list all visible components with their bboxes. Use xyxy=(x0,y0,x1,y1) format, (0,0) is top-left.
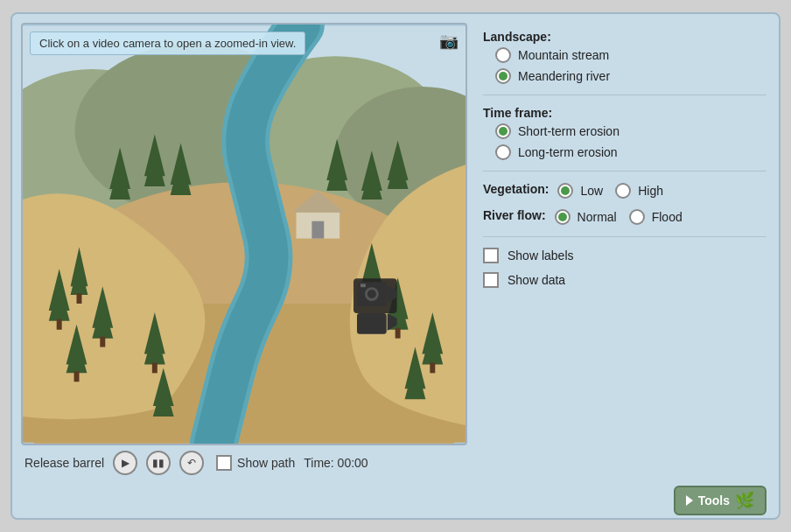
radio-flow-normal-dot xyxy=(558,213,567,221)
timeframe-section: Time frame: Short-term erosion Long-term… xyxy=(483,106,766,160)
landscape-section: Landscape: Mountain stream Meandering ri… xyxy=(483,30,766,84)
svg-rect-56 xyxy=(357,313,387,334)
radio-long-term-label: Long-term erosion xyxy=(518,145,618,159)
radio-mountain-stream-label: Mountain stream xyxy=(518,48,609,62)
landscape-svg xyxy=(23,24,466,444)
radio-flow-flood-label: Flood xyxy=(652,210,682,224)
sim-panel: Click on a video camera to open a zoomed… xyxy=(21,23,467,477)
radio-meandering-river-dot xyxy=(499,72,508,80)
tools-bar: Tools 🌿 xyxy=(21,484,770,517)
svg-rect-21 xyxy=(74,371,80,382)
radio-meandering-river-label: Meandering river xyxy=(518,69,610,83)
show-labels-row[interactable]: Show labels xyxy=(483,248,766,263)
svg-rect-15 xyxy=(100,337,105,347)
main-content: Click on a video camera to open a zoomed… xyxy=(21,23,770,477)
radio-short-term-dot xyxy=(499,127,508,136)
radio-meandering-river-outer xyxy=(495,68,511,84)
radio-flow-normal-outer xyxy=(555,209,570,225)
svg-rect-18 xyxy=(152,362,158,373)
camera-scene-1 xyxy=(354,278,397,333)
landscape-title: Landscape: xyxy=(483,30,766,44)
time-display: Time: 00:00 xyxy=(304,456,368,470)
svg-rect-30 xyxy=(430,362,435,373)
radio-short-term-label: Short-term erosion xyxy=(518,124,620,138)
radio-flow-flood-outer xyxy=(629,209,645,225)
show-path-label: Show path xyxy=(237,456,295,470)
radio-veg-low-outer xyxy=(557,183,573,199)
tools-button[interactable]: Tools 🌿 xyxy=(674,486,766,515)
reset-button[interactable]: ↶ xyxy=(179,451,204,475)
divider-3 xyxy=(483,236,766,237)
divider-1 xyxy=(483,94,766,95)
svg-rect-55 xyxy=(360,284,366,287)
radio-veg-high[interactable]: High xyxy=(615,183,663,199)
riverflow-section: River flow: Normal Flood xyxy=(483,208,766,226)
hint-bar: Click on a video camera to open a zoomed… xyxy=(30,32,305,55)
radio-short-term[interactable]: Short-term erosion xyxy=(495,123,766,139)
show-path-checkbox[interactable] xyxy=(216,455,232,471)
tools-label: Tools xyxy=(698,494,730,508)
svg-rect-49 xyxy=(312,221,324,239)
app-container: Click on a video camera to open a zoomed… xyxy=(10,12,780,520)
divider-2 xyxy=(483,171,766,172)
radio-flow-normal-label: Normal xyxy=(578,210,617,224)
show-labels-checkbox[interactable] xyxy=(483,248,499,263)
show-data-row[interactable]: Show data xyxy=(483,272,766,288)
radio-veg-high-label: High xyxy=(638,184,663,198)
leaf-icon: 🌿 xyxy=(735,491,754,510)
radio-veg-low-label: Low xyxy=(580,184,603,198)
show-labels-label: Show labels xyxy=(508,248,574,262)
play-button[interactable]: ▶ xyxy=(113,451,137,475)
show-data-checkbox[interactable] xyxy=(483,272,499,288)
svg-rect-27 xyxy=(396,328,401,339)
timeframe-title: Time frame: xyxy=(483,106,766,120)
radio-flow-flood[interactable]: Flood xyxy=(629,209,682,225)
vegetation-radio-group: Low High xyxy=(557,183,662,199)
radio-flow-normal[interactable]: Normal xyxy=(555,209,617,225)
radio-veg-low[interactable]: Low xyxy=(557,183,603,199)
sim-viewport: Click on a video camera to open a zoomed… xyxy=(21,23,467,445)
show-data-label: Show data xyxy=(508,273,565,287)
riverflow-title: River flow: xyxy=(483,208,546,222)
controls-bar: Release barrel ▶ ▮▮ ↶ Show path Time: 00… xyxy=(21,445,467,477)
riverflow-radio-group: Normal Flood xyxy=(555,209,682,225)
release-label: Release barrel xyxy=(24,456,104,470)
camera-icon-corner[interactable]: 📷 xyxy=(439,32,458,51)
radio-veg-low-dot xyxy=(561,186,570,195)
vegetation-section: Vegetation: Low High xyxy=(483,182,766,200)
hint-text: Click on a video camera to open a zoomed… xyxy=(39,37,296,50)
tools-triangle-icon xyxy=(686,495,693,506)
radio-long-term-outer xyxy=(495,144,511,160)
timeframe-radio-group: Short-term erosion Long-term erosion xyxy=(483,123,766,160)
svg-rect-9 xyxy=(77,293,82,304)
radio-meandering-river[interactable]: Meandering river xyxy=(495,68,766,84)
radio-mountain-stream-outer xyxy=(495,47,511,63)
svg-rect-12 xyxy=(57,319,62,330)
radio-veg-high-outer xyxy=(615,183,631,199)
radio-mountain-stream[interactable]: Mountain stream xyxy=(495,47,766,63)
radio-short-term-outer xyxy=(495,123,511,139)
radio-long-term[interactable]: Long-term erosion xyxy=(495,144,766,160)
pause-button[interactable]: ▮▮ xyxy=(146,451,171,475)
vegetation-title: Vegetation: xyxy=(483,182,549,196)
show-path-area: Show path xyxy=(216,455,295,471)
controls-panel: Landscape: Mountain stream Meandering ri… xyxy=(480,23,770,477)
svg-point-54 xyxy=(368,290,376,298)
landscape-radio-group: Mountain stream Meandering river xyxy=(483,47,766,84)
